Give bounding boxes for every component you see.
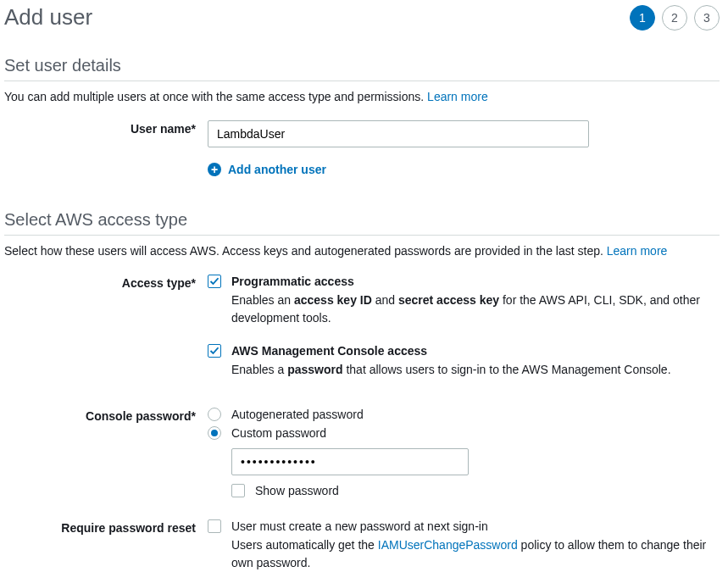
autogenerated-password-radio[interactable] — [208, 408, 221, 421]
section-user-details-desc: You can add multiple users at once with … — [4, 90, 720, 103]
add-another-user-button[interactable]: + Add another user — [208, 163, 720, 176]
require-password-reset-desc: Users automatically get the IAMUserChang… — [231, 536, 720, 572]
section-user-details-title: Set user details — [4, 56, 720, 81]
iam-policy-link[interactable]: IAMUserChangePassword — [378, 538, 518, 552]
autogenerated-password-label: Autogenerated password — [231, 408, 364, 421]
desc-text: Select how these users will access AWS. … — [4, 244, 607, 258]
learn-more-link[interactable]: Learn more — [427, 90, 488, 103]
page-title: Add user — [4, 4, 92, 31]
password-input[interactable] — [231, 448, 469, 475]
show-password-checkbox[interactable] — [231, 484, 245, 497]
username-label: User name* — [4, 120, 208, 176]
access-type-label: Access type* — [4, 275, 208, 396]
programmatic-access-title: Programmatic access — [231, 275, 354, 288]
show-password-label: Show password — [255, 484, 339, 497]
stepper: 1 2 3 — [630, 5, 720, 31]
check-icon — [209, 346, 220, 356]
section-access-type-title: Select AWS access type — [4, 210, 720, 236]
plus-circle-icon: + — [208, 163, 221, 176]
programmatic-access-desc: Enables an access key ID and secret acce… — [231, 292, 720, 327]
add-another-user-label: Add another user — [228, 163, 326, 176]
step-1[interactable]: 1 — [630, 5, 655, 31]
section-access-type-desc: Select how these users will access AWS. … — [4, 244, 720, 258]
username-input[interactable] — [208, 120, 589, 147]
custom-password-radio[interactable] — [208, 426, 221, 440]
console-access-desc: Enables a password that allows users to … — [231, 361, 720, 379]
require-password-reset-title: User must create a new password at next … — [231, 519, 488, 533]
console-access-checkbox[interactable] — [208, 344, 221, 358]
step-2[interactable]: 2 — [662, 5, 687, 31]
console-access-title: AWS Management Console access — [231, 344, 427, 358]
step-3[interactable]: 3 — [694, 5, 720, 31]
learn-more-link-2[interactable]: Learn more — [607, 244, 668, 258]
custom-password-label: Custom password — [231, 426, 326, 440]
require-password-reset-checkbox[interactable] — [208, 519, 221, 533]
console-password-label: Console password* — [4, 408, 208, 497]
require-password-reset-label: Require password reset — [4, 519, 208, 572]
desc-text: You can add multiple users at once with … — [4, 90, 427, 103]
programmatic-access-checkbox[interactable] — [208, 275, 221, 288]
check-icon — [209, 276, 220, 286]
